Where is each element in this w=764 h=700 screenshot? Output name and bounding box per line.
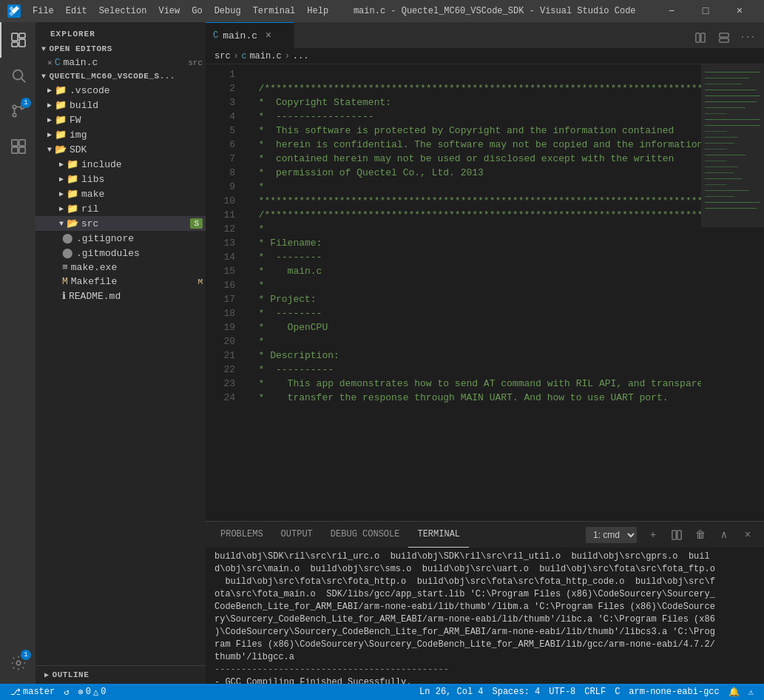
folder-make-label: make <box>81 189 206 200</box>
project-label: QUECTEL_MC60_VSCODE_S... <box>50 72 175 81</box>
folder-vscode[interactable]: ▶ 📁 .vscode <box>36 83 206 98</box>
open-editors-label: OPEN EDITORS <box>50 44 112 53</box>
close-icon[interactable]: ✕ <box>47 58 53 67</box>
source-control-activity-icon[interactable]: 1 <box>0 93 36 129</box>
maximize-panel-button[interactable]: ∧ <box>714 525 734 545</box>
settings-activity-icon[interactable]: 1 <box>0 645 36 681</box>
project-header[interactable]: ▼ QUECTEL_MC60_VSCODE_S... <box>36 70 206 83</box>
file-makeexe[interactable]: ≡ make.exe <box>36 260 206 275</box>
terminal-content[interactable]: build\obj\SDK\ril\src\ril_urc.o build\ob… <box>206 548 764 684</box>
terminal-tab[interactable]: TERMINAL <box>408 522 469 548</box>
folder-make[interactable]: ▶ 📁 make <box>36 186 206 201</box>
folder-fw[interactable]: ▶ 📁 FW <box>36 112 206 127</box>
folder-build-icon: 📁 <box>55 99 67 111</box>
file-makefile[interactable]: M Makefile M <box>36 275 206 289</box>
cursor-position[interactable]: Ln 26, Col 4 <box>415 684 487 700</box>
extensions-activity-icon[interactable] <box>0 129 36 164</box>
open-editors-header[interactable]: ▼ OPEN EDITORS <box>36 42 206 55</box>
breadcrumb-file[interactable]: main.c <box>249 51 281 61</box>
encoding-status[interactable]: UTF-8 <box>544 684 580 700</box>
breadcrumb-sep2: › <box>285 51 290 61</box>
outline-section[interactable]: ▶ OUTLINE <box>36 665 206 684</box>
code-line: * Copyright Statement: <box>247 95 695 110</box>
outline-label: OUTLINE <box>53 670 89 679</box>
svg-rect-45 <box>677 530 681 539</box>
menu-file[interactable]: File <box>27 3 60 19</box>
problems-tab[interactable]: PROBLEMS <box>212 522 272 548</box>
menu-debug[interactable]: Debug <box>209 3 247 19</box>
menu-edit[interactable]: Edit <box>60 3 93 19</box>
editor-content: 12345 678910 1112131415 1617181920 21222… <box>206 64 764 521</box>
code-line: * <box>247 180 695 194</box>
split-editor-button[interactable] <box>690 27 711 48</box>
folder-include[interactable]: ▶ 📁 include <box>36 157 206 172</box>
minimize-button[interactable]: − <box>655 0 689 22</box>
file-readme[interactable]: ℹ README.md <box>36 289 206 303</box>
language-status[interactable]: C <box>610 684 624 700</box>
delete-terminal-button[interactable]: 🗑 <box>690 525 711 545</box>
open-editor-path: src <box>188 58 203 67</box>
tab-close-icon[interactable]: × <box>262 29 275 42</box>
menu-go[interactable]: Go <box>186 3 208 19</box>
tab-bar: C main.c × ··· <box>206 22 764 48</box>
folder-img[interactable]: ▶ 📁 img <box>36 127 206 142</box>
compiler-status[interactable]: arm-none-eabi-gcc <box>624 684 723 700</box>
panel-actions: 1: cmd + 🗑 ∧ × <box>586 525 758 545</box>
svg-point-13 <box>16 661 21 665</box>
line-ending-status[interactable]: CRLF <box>580 684 610 700</box>
folder-sdk-label: SDK <box>70 144 206 155</box>
split-terminal-button[interactable] <box>666 525 687 545</box>
folder-libs[interactable]: ▶ 📁 libs <box>36 172 206 186</box>
folder-sdk[interactable]: ▼ 📂 SDK <box>36 142 206 157</box>
menu-selection[interactable]: Selection <box>93 3 153 19</box>
folder-build[interactable]: ▶ 📁 build <box>36 98 206 112</box>
maximize-button[interactable]: □ <box>689 0 723 22</box>
file-gitmodules[interactable]: ⬤ .gitmodules <box>36 246 206 260</box>
code-line: * permission of Quectel Co., Ltd. 2013 <box>247 166 695 180</box>
editor-area: C main.c × ··· src › C main.c › <box>206 22 764 684</box>
code-editor[interactable]: /***************************************… <box>241 64 701 521</box>
notification-status[interactable]: ⚠ <box>744 684 758 700</box>
explorer-activity-icon[interactable] <box>0 22 36 58</box>
git-branch-status[interactable]: ⎇ master <box>6 684 59 700</box>
menu-terminal[interactable]: Terminal <box>247 3 302 19</box>
debug-console-tab[interactable]: DEBUG CONSOLE <box>322 522 409 548</box>
terminal-dropdown[interactable]: 1: cmd <box>586 527 637 543</box>
code-line <box>247 67 695 81</box>
spaces-status[interactable]: Spaces: 4 <box>488 684 545 700</box>
breadcrumb-ellipsis[interactable]: ... <box>293 51 309 61</box>
breadcrumb-src[interactable]: src <box>214 51 231 61</box>
tab-actions: ··· <box>690 27 764 48</box>
add-terminal-button[interactable]: + <box>643 525 663 545</box>
line-ending-text: CRLF <box>584 687 606 697</box>
svg-rect-1 <box>19 33 25 38</box>
menu-view[interactable]: View <box>152 3 186 19</box>
gitmodules-label: .gitmodules <box>76 248 206 259</box>
folder-fw-icon: 📁 <box>55 114 67 126</box>
close-panel-button[interactable]: × <box>737 525 758 545</box>
close-button[interactable]: × <box>723 0 757 22</box>
search-activity-icon[interactable] <box>0 58 36 93</box>
errors-status[interactable]: ⊗ 0 △ 0 <box>73 684 110 700</box>
folder-ril[interactable]: ▶ 📁 ril <box>36 201 206 216</box>
ellipsis-icon: ··· <box>740 33 756 43</box>
line-numbers: 12345 678910 1112131415 1617181920 21222… <box>206 64 241 521</box>
more-actions-button[interactable]: ··· <box>737 27 758 48</box>
tab-main-c[interactable]: C main.c × <box>206 22 294 48</box>
panel: PROBLEMS OUTPUT DEBUG CONSOLE TERMINAL 1… <box>206 521 764 684</box>
spaces-text: Spaces: 4 <box>493 687 541 697</box>
feedback-status[interactable]: 🔔 <box>724 684 744 700</box>
folder-src[interactable]: ▼ 📂 src S <box>36 216 206 231</box>
open-editor-main-c[interactable]: ✕ C main.c src <box>36 55 206 70</box>
explorer-section: ▼ OPEN EDITORS ✕ C main.c src ▼ QUECTEL_… <box>36 42 206 665</box>
svg-rect-9 <box>12 140 18 146</box>
folder-img-label: img <box>70 129 206 141</box>
menu-bar: File Edit Selection View Go Debug Termin… <box>27 3 335 19</box>
output-tab[interactable]: OUTPUT <box>272 522 322 548</box>
code-line: ****************************************… <box>247 194 695 208</box>
menu-help[interactable]: Help <box>301 3 334 19</box>
file-gitignore[interactable]: ⬤ .gitignore <box>36 231 206 246</box>
editor-layout-button[interactable] <box>714 27 734 48</box>
sync-status[interactable]: ↺ <box>59 684 73 700</box>
src-s-badge: S <box>190 218 203 229</box>
